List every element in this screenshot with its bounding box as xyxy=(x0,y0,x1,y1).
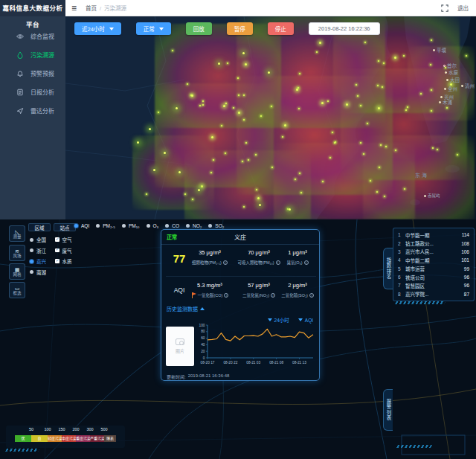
map-city-label: 全州 xyxy=(444,85,457,92)
city-map[interactable]: 区域 站点 全国 浙江 嘉兴 南湖 空气 废气 水质 AQI PM₂.₅ PM₁… xyxy=(0,219,476,459)
wind-field-tool-button[interactable]: ≋风场 xyxy=(9,245,25,261)
breadcrumb-home[interactable]: 首页 xyxy=(86,5,97,12)
pollution-source-dot xyxy=(257,197,260,199)
breadcrumb-current: 污染溯源 xyxy=(104,5,126,12)
measure-tool-button[interactable]: ◺测量 xyxy=(9,225,25,242)
chevron-down-icon xyxy=(109,28,114,31)
pollution-source-dot xyxy=(192,199,193,200)
alarm-list-tab[interactable]: 报警列表 xyxy=(383,389,393,431)
region-option-province[interactable]: 浙江 xyxy=(30,247,46,254)
metric-option-no2[interactable]: NO₂ xyxy=(186,223,202,228)
ranking-row[interactable]: 3嘉兴市人民...106 xyxy=(398,248,469,255)
info-icon[interactable]: i xyxy=(223,260,228,265)
isolated-station-dot xyxy=(198,189,200,191)
svg-text:08-21 03: 08-21 03 xyxy=(246,361,260,365)
chart-dropdowns: 24小时 AQI xyxy=(268,316,313,324)
station-name: 义庄 xyxy=(161,233,319,241)
play-button[interactable]: 回放 xyxy=(186,22,212,35)
svg-text:08-20 22: 08-20 22 xyxy=(223,361,237,365)
station-type-water[interactable]: 水质 xyxy=(55,257,72,265)
sidebar-item-radar-analysis[interactable]: 雷达分析 xyxy=(0,101,65,120)
metric-option-pm25[interactable]: PM₂.₅ xyxy=(96,223,115,228)
playback-toolbar: 近24小时 正常 回放 暂停 停止 2019-08-22 16:22:36 xyxy=(74,22,380,35)
chart-range-dropdown[interactable]: 24小时 xyxy=(268,316,289,324)
radio-icon xyxy=(74,224,78,228)
chevron-up-icon xyxy=(200,307,205,310)
legend-segment: 重度污染 xyxy=(76,435,90,442)
radio-icon xyxy=(208,224,212,228)
svg-text:80: 80 xyxy=(201,330,205,333)
fullscreen-icon[interactable] xyxy=(441,1,448,15)
sidebar-item-daily-report[interactable]: 日报分析 xyxy=(0,83,65,101)
box-select-tool-button[interactable]: ▭框选 xyxy=(9,282,25,298)
breadcrumb: 首页/污染溯源 xyxy=(86,4,126,12)
pollution-source-dot xyxy=(382,86,383,88)
sidebar-item-warning-forecast[interactable]: 预警预报 xyxy=(0,64,65,83)
info-icon[interactable]: i xyxy=(309,293,314,298)
ranking-row[interactable]: 4中节能二期101 xyxy=(398,257,469,264)
ranking-row[interactable]: 8嘉兴学院...87 xyxy=(398,290,469,298)
svg-text:60: 60 xyxy=(201,336,205,340)
sidebar-item-label: 预警预报 xyxy=(30,69,54,77)
history-data-link[interactable]: 历史监测数据 xyxy=(167,305,205,312)
legend-segment: 严重污染 xyxy=(90,435,104,442)
info-icon[interactable]: i xyxy=(271,293,275,298)
isolated-station-dot xyxy=(268,71,270,74)
grid-tool-button[interactable]: ▦网格 xyxy=(9,263,25,280)
metric-option-pm10[interactable]: PM₁₀ xyxy=(122,223,140,228)
info-icon[interactable]: i xyxy=(224,293,228,298)
metric-pm25: 35 μg/m³ 细颗粒物(PM₂.₅)i xyxy=(188,249,231,266)
legend-segment: 爆表 xyxy=(104,435,116,442)
ranking-row[interactable]: 7智慧园区96 xyxy=(398,282,469,289)
update-time: 更新时间:2019-08-21 16:36:48 xyxy=(167,373,229,380)
pollution-source-dot xyxy=(446,107,448,109)
time-range-dropdown[interactable]: 近24小时 xyxy=(74,22,121,35)
metric-option-aqi[interactable]: AQI xyxy=(74,223,89,228)
metric-pm10: 70 μg/m³ 可吸入颗粒物(PM₁₀)i xyxy=(237,249,280,266)
station-filter-label[interactable]: 站点 xyxy=(54,223,76,231)
app-root: ≡ 首页/污染溯源 退出 嘉科信息大数据分析平台 综合监视 污染溯源 预警预报 xyxy=(0,0,476,459)
station-detail-popup: 正常 义庄 77 AQI 35 μg/m³ 细颗粒物(PM₂.₅)i 70 μg… xyxy=(161,229,320,381)
metric-option-co[interactable]: CO xyxy=(165,223,179,228)
station-type-options: 空气 废气 水质 xyxy=(55,236,72,265)
metric-option-o3[interactable]: O₃ xyxy=(147,223,159,228)
ranking-row[interactable]: 2钻工路政公...108 xyxy=(398,240,469,247)
svg-text:08-21 13: 08-21 13 xyxy=(292,361,306,365)
pause-button[interactable]: 暂停 xyxy=(227,22,253,35)
index-ranking-tab[interactable]: 指数排名 xyxy=(383,248,393,289)
datetime-display[interactable]: 2019-08-22 16:22:36 xyxy=(309,22,380,35)
alarm-flag-icon xyxy=(191,292,196,298)
sidebar-item-label: 雷达分析 xyxy=(30,106,54,115)
droplet-icon xyxy=(16,51,24,59)
station-type-exhaust[interactable]: 废气 xyxy=(55,247,72,254)
sidebar-item-pollution-trace[interactable]: 污染溯源 xyxy=(0,45,65,64)
region-option-city[interactable]: 嘉兴 xyxy=(30,257,46,265)
stop-button[interactable]: 停止 xyxy=(268,22,294,35)
pollution-source-dot xyxy=(201,185,203,187)
region-option-district[interactable]: 南湖 xyxy=(30,269,46,276)
ranking-row[interactable]: 1中节能一期114 xyxy=(398,231,469,239)
pollution-source-dot xyxy=(327,100,329,102)
ranking-row[interactable]: 5城市运营99 xyxy=(398,265,469,272)
isolated-station-dot xyxy=(218,62,220,65)
status-dropdown[interactable]: 正常 xyxy=(136,22,171,35)
region-filter-label[interactable]: 区域 xyxy=(28,223,51,231)
pollution-source-dot xyxy=(248,159,249,161)
station-photo-placeholder: 图片 xyxy=(166,327,194,366)
metric-option-so2[interactable]: SO₂ xyxy=(208,223,224,228)
heatmap-map[interactable]: 平壤 首尔 水原 大田 清州 全州 光州 木浦 东海 赤尾屿 近24小时 正常 … xyxy=(65,16,476,219)
menu-toggle-icon[interactable]: ≡ xyxy=(71,4,77,13)
svg-text:40: 40 xyxy=(201,343,205,347)
info-icon[interactable]: i xyxy=(304,260,309,265)
ranking-row[interactable]: 6铁塔公司96 xyxy=(398,274,469,281)
radio-icon xyxy=(122,224,126,228)
map-city-label: 清州 xyxy=(461,82,475,89)
metric-o3: 1 μg/m³ 臭氧(O₃)i xyxy=(276,249,319,266)
station-type-air[interactable]: 空气 xyxy=(55,236,72,243)
pollution-source-dot xyxy=(202,100,204,102)
logout-button[interactable]: 退出 xyxy=(457,4,469,12)
region-option-national[interactable]: 全国 xyxy=(30,236,46,243)
svg-text:20: 20 xyxy=(201,350,205,353)
pollution-source-dot xyxy=(431,110,432,112)
chart-metric-dropdown[interactable]: AQI xyxy=(298,316,313,324)
